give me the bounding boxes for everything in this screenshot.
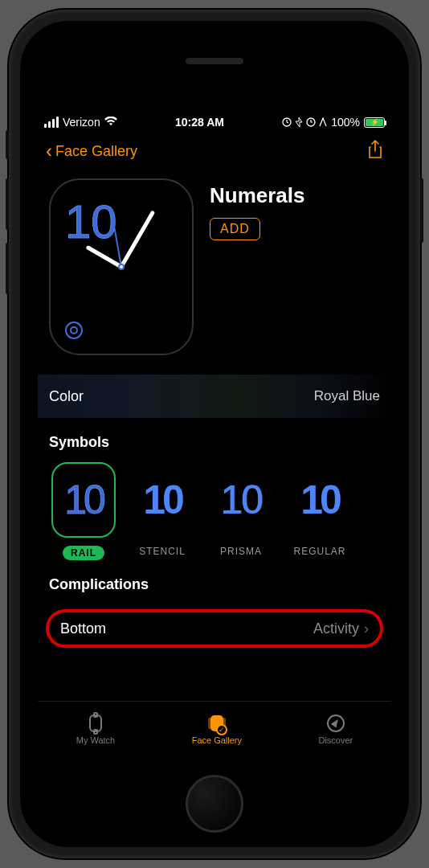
color-label: Color	[49, 388, 84, 405]
watch-face-preview[interactable]: 10	[49, 178, 194, 355]
minute-hand	[120, 210, 155, 268]
add-button[interactable]: ADD	[210, 218, 260, 240]
status-indicator-icons	[282, 117, 327, 127]
earpiece-speaker	[186, 58, 243, 64]
hour-numeral: 10	[65, 194, 117, 248]
compass-icon	[325, 714, 346, 732]
symbol-glyph: 10	[51, 462, 116, 538]
symbol-label: REGULAR	[293, 546, 345, 557]
complication-bottom-row[interactable]: Bottom Activity ›	[46, 609, 383, 648]
tab-face-gallery[interactable]: ✓ Face Gallery	[192, 714, 242, 745]
power-button[interactable]	[420, 178, 423, 243]
symbol-option-stencil[interactable]: 10 STENCIL	[128, 462, 197, 560]
back-label: Face Gallery	[55, 143, 137, 160]
gallery-icon: ✓	[206, 714, 227, 732]
symbol-glyph: 10	[288, 462, 352, 538]
color-value: Royal Blue	[314, 388, 380, 404]
complication-row-label: Bottom	[60, 620, 106, 637]
volume-down-button[interactable]	[6, 243, 9, 294]
carrier-label: Verizon	[63, 116, 100, 129]
symbol-label: PRISMA	[220, 546, 262, 557]
watch-center-dot	[118, 264, 125, 270]
wifi-icon	[104, 116, 117, 129]
screen: Verizon 10:28 AM 100% ⚡	[38, 111, 391, 757]
complication-row-value: Activity	[313, 620, 359, 637]
symbols-title: Symbols	[38, 418, 391, 462]
nav-bar: ‹ Face Gallery	[38, 133, 391, 169]
symbol-option-rail[interactable]: 10 RAIL	[49, 462, 118, 560]
symbol-option-regular[interactable]: 10 REGULAR	[285, 462, 354, 560]
cell-signal-icon	[44, 117, 59, 128]
symbol-option-prisma[interactable]: 10 PRISMA	[206, 462, 276, 560]
watch-icon	[85, 714, 106, 732]
complications-title: Complications	[38, 560, 391, 604]
symbol-glyph: 10	[130, 462, 194, 538]
color-picker-row[interactable]: Color Royal Blue	[38, 375, 391, 418]
tab-label: My Watch	[76, 735, 116, 745]
chevron-right-icon: ›	[364, 620, 369, 637]
tab-discover[interactable]: Discover	[318, 714, 353, 745]
tab-label: Discover	[318, 735, 353, 745]
tab-label: Face Gallery	[192, 735, 242, 745]
battery-percent: 100%	[331, 116, 360, 129]
symbol-label: STENCIL	[139, 546, 186, 557]
mute-switch[interactable]	[6, 130, 9, 159]
tab-bar: My Watch ✓ Face Gallery Discover	[38, 701, 391, 757]
symbol-option-more[interactable]: 1 D	[364, 462, 391, 560]
status-time: 10:28 AM	[175, 116, 224, 129]
tab-my-watch[interactable]: My Watch	[76, 714, 116, 745]
volume-up-button[interactable]	[6, 178, 9, 230]
home-button[interactable]	[186, 775, 243, 833]
back-button[interactable]: ‹ Face Gallery	[46, 140, 137, 162]
chevron-left-icon: ‹	[46, 140, 52, 162]
phone-frame: Verizon 10:28 AM 100% ⚡	[9, 10, 420, 858]
activity-ring-icon	[65, 321, 83, 339]
symbol-label: RAIL	[63, 546, 104, 560]
share-button[interactable]	[367, 140, 383, 163]
content-scroll[interactable]: 10 Numerals ADD	[38, 169, 391, 701]
symbols-list[interactable]: 10 RAIL 10 STENCIL 10 PRISMA 10 REGULAR	[38, 462, 391, 560]
phone-bezel: Verizon 10:28 AM 100% ⚡	[20, 21, 409, 847]
battery-icon: ⚡	[364, 117, 385, 128]
status-bar: Verizon 10:28 AM 100% ⚡	[38, 111, 391, 133]
hero-section: 10 Numerals ADD	[38, 169, 391, 375]
face-title: Numerals	[210, 183, 305, 208]
symbol-glyph: 1	[366, 462, 391, 538]
symbol-glyph: 10	[209, 462, 273, 538]
